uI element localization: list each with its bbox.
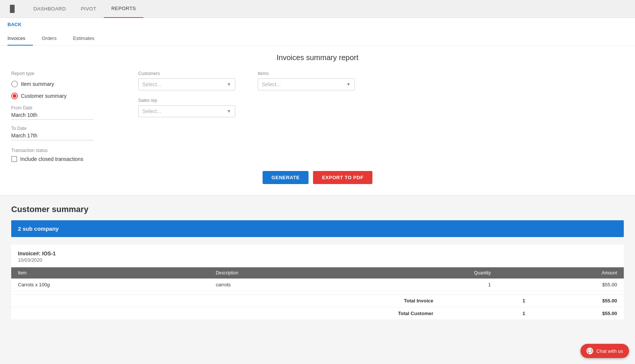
- top-nav: ▐▌ DASHBOARD PIVOT REPORTS: [0, 0, 635, 18]
- to-date-label: To Date: [11, 126, 123, 131]
- report-type-label: Report type: [11, 71, 123, 76]
- to-date-field: To Date March 17th: [11, 126, 123, 140]
- from-date-field: From Date March 10th: [11, 105, 123, 120]
- include-closed-checkbox[interactable]: Include closed transactions: [11, 156, 123, 162]
- sales-rep-label: Sales rep: [138, 98, 624, 103]
- items-select[interactable]: Select... ▼: [258, 78, 355, 90]
- col-item: Item: [11, 267, 209, 279]
- total-invoice-table: Total Invoice 1 $55.00 Total Customer 1 …: [11, 294, 624, 320]
- customers-select[interactable]: Select... ▼: [138, 78, 235, 90]
- results-title: Customer summary: [11, 205, 624, 214]
- table-row: Carrots x 100g carrots 1 $55.00: [11, 279, 624, 291]
- customers-placeholder: Select...: [142, 81, 161, 87]
- from-date-label: From Date: [11, 105, 123, 111]
- back-link[interactable]: BACK: [0, 18, 635, 31]
- invoice-block: Invoice#: IOS-1 10/03/2020 Item Descript…: [11, 245, 624, 320]
- include-closed-label: Include closed transactions: [20, 156, 83, 162]
- total-invoice-qty: 1: [440, 295, 532, 307]
- total-invoice-label: Total Invoice: [318, 295, 440, 307]
- dropdowns-row: Customers Select... ▼ Items Select... ▼: [138, 71, 624, 98]
- items-dropdown-arrow: ▼: [346, 82, 351, 87]
- radio-customer-summary-circle: [11, 93, 18, 99]
- from-date-value[interactable]: March 10th: [11, 112, 93, 120]
- tab-estimates[interactable]: Estimates: [73, 31, 102, 46]
- invoice-header: Invoice#: IOS-1 10/03/2020: [11, 251, 624, 264]
- generate-button[interactable]: GENERATE: [263, 171, 309, 184]
- report-form: Invoices summary report Report type Item…: [0, 46, 635, 196]
- total-customer-qty: 1: [440, 307, 532, 320]
- col-amount: Amount: [498, 267, 624, 279]
- cell-quantity: 1: [366, 279, 498, 291]
- customers-label: Customers: [138, 71, 235, 76]
- checkbox-icon: [11, 156, 17, 162]
- nav-pivot[interactable]: PIVOT: [73, 0, 104, 18]
- items-dropdown-group: Items Select... ▼: [258, 71, 355, 90]
- radio-customer-summary[interactable]: Customer summary: [11, 93, 123, 99]
- results-area: Customer summary 2 sub company Invoice#:…: [0, 196, 635, 335]
- radio-item-summary-label: Item summary: [21, 81, 54, 87]
- invoice-table: Item Description Quantity Amount Carrots…: [11, 267, 624, 291]
- export-pdf-button[interactable]: EXPORT TO PDF: [313, 171, 372, 184]
- app-logo-icon: ▐▌: [7, 5, 17, 13]
- cell-description: carrots: [209, 279, 366, 291]
- col-quantity: Quantity: [366, 267, 498, 279]
- tab-orders[interactable]: Orders: [42, 31, 64, 46]
- customers-dropdown-group: Customers Select... ▼: [138, 71, 235, 90]
- sales-rep-placeholder: Select...: [142, 108, 161, 114]
- items-label: Items: [258, 71, 355, 76]
- total-customer-summary-row: Total Customer 1 $55.00: [11, 307, 624, 320]
- transaction-status-label: Transaction status: [11, 148, 123, 153]
- customers-dropdown-arrow: ▼: [227, 82, 231, 87]
- invoice-date: 10/03/2020: [18, 257, 617, 263]
- radio-customer-summary-label: Customer summary: [21, 93, 66, 99]
- action-buttons: GENERATE EXPORT TO PDF: [11, 171, 624, 184]
- items-placeholder: Select...: [262, 81, 281, 87]
- total-customer-label: Total Customer: [318, 307, 440, 320]
- report-title: Invoices summary report: [11, 53, 624, 62]
- form-right-panel: Customers Select... ▼ Items Select... ▼ …: [138, 71, 624, 162]
- nav-reports[interactable]: REPORTS: [104, 0, 143, 18]
- sales-rep-dropdown-arrow: ▼: [227, 109, 231, 114]
- sales-rep-select[interactable]: Select... ▼: [138, 105, 235, 117]
- tab-invoices[interactable]: Invoices: [7, 31, 33, 46]
- total-customer-amount: $55.00: [532, 307, 624, 320]
- total-invoice-summary-row: Total Invoice 1 $55.00: [11, 295, 624, 307]
- sub-tabs: Invoices Orders Estimates: [0, 31, 635, 46]
- col-description: Description: [209, 267, 366, 279]
- total-invoice-amount: $55.00: [532, 295, 624, 307]
- cell-amount: $55.00: [498, 279, 624, 291]
- nav-dashboard[interactable]: DASHBOARD: [26, 0, 74, 18]
- invoice-number: Invoice#: IOS-1: [18, 251, 617, 256]
- sales-rep-dropdown-group: Sales rep Select... ▼: [138, 98, 624, 117]
- form-left-panel: Report type Item summary Customer summar…: [11, 71, 123, 162]
- to-date-value[interactable]: March 17th: [11, 133, 93, 140]
- company-banner: 2 sub company: [11, 220, 624, 237]
- cell-item: Carrots x 100g: [11, 279, 209, 291]
- radio-item-summary[interactable]: Item summary: [11, 81, 123, 87]
- radio-item-summary-circle: [11, 81, 18, 87]
